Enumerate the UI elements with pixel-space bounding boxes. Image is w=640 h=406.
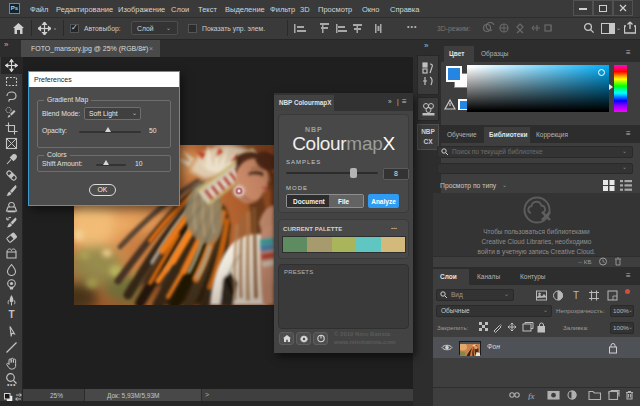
svg-text:fx: fx	[528, 391, 535, 401]
svg-text:T: T	[573, 290, 579, 301]
